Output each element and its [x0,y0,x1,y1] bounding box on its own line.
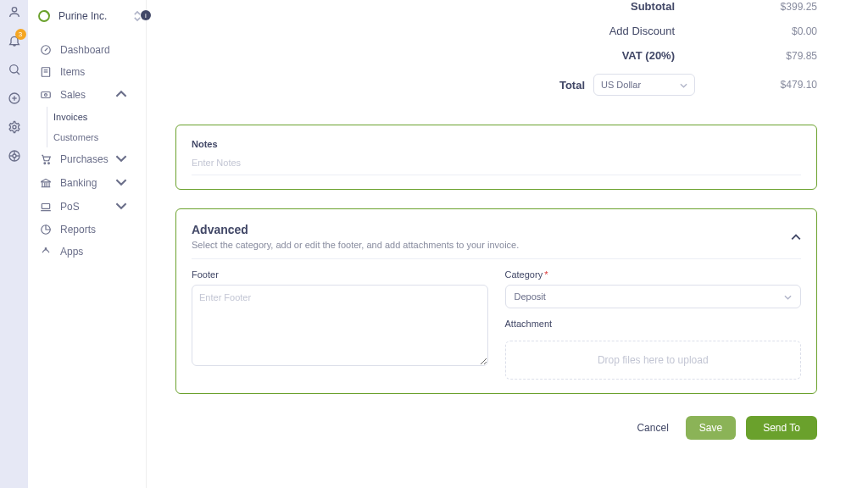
dashboard-icon [40,44,52,56]
notes-input[interactable] [192,154,801,175]
sidebar: Purine Inc. i Dashboard Items Sales Invo… [28,0,147,488]
category-label: Category* [505,269,802,280]
main-content: Subtotal $399.25 Add Discount $0.00 VAT … [147,0,868,488]
save-button[interactable]: Save [686,416,736,440]
sidebar-item-dashboard[interactable]: Dashboard [28,39,146,61]
chevron-up-icon[interactable] [791,229,801,244]
advanced-subtitle: Select the category, add or edit the foo… [192,240,519,250]
bell-icon[interactable]: 3 [8,34,21,47]
category-value: Deposit [515,291,546,302]
sidebar-item-reports[interactable]: Reports [28,219,146,241]
chevron-up-icon [115,88,136,102]
search-icon[interactable] [8,63,21,76]
footer-label: Footer [192,269,488,280]
currency-value: US Dollar [601,80,641,90]
svg-point-21 [48,163,50,164]
total-label: Total [559,79,585,92]
bank-icon [40,177,52,189]
chevron-down-icon [115,152,136,166]
attachment-dropzone[interactable]: Drop files here to upload [505,341,802,380]
pos-icon [40,201,52,213]
reports-icon [40,224,52,236]
attachment-label: Attachment [505,319,802,329]
svg-point-19 [45,94,47,97]
sidebar-item-purchases[interactable]: Purchases [28,147,146,171]
svg-rect-18 [42,92,51,98]
send-button[interactable]: Send To [746,416,817,440]
cart-icon [40,153,52,165]
apps-icon [40,246,52,258]
chevron-down-icon [784,291,792,302]
category-select[interactable]: Deposit [505,285,802,308]
org-switcher[interactable]: Purine Inc. i [28,3,146,32]
sidebar-item-invoices[interactable]: Invoices [28,107,146,127]
gear-icon[interactable] [8,120,21,134]
advanced-title: Advanced [192,223,519,236]
chevron-down-icon [680,80,687,90]
icon-rail: 3 [0,0,28,488]
discount-value: $0.00 [775,25,817,37]
svg-point-8 [13,154,16,158]
svg-rect-27 [42,204,49,209]
sidebar-item-sales[interactable]: Sales [28,83,146,107]
advanced-section: Advanced Select the category, add or edi… [175,208,817,394]
sidebar-item-apps[interactable]: Apps [28,241,146,263]
cancel-button[interactable]: Cancel [630,417,675,439]
chevron-updown-icon [134,10,141,22]
org-logo-icon [36,8,52,24]
sales-icon [40,89,52,101]
totals-section: Subtotal $399.25 Add Discount $0.00 VAT … [175,0,817,108]
actions-row: Cancel Save Send To [175,416,817,440]
help-icon[interactable] [8,149,21,163]
sidebar-item-items[interactable]: Items [28,61,146,83]
svg-point-0 [12,8,16,12]
notes-section: Notes [175,125,817,190]
add-icon[interactable] [8,92,21,105]
org-name: Purine Inc. [58,10,107,22]
total-value: $479.10 [775,79,817,91]
svg-point-20 [44,163,46,164]
items-icon [40,66,52,78]
divider [192,258,801,259]
sidebar-item-pos[interactable]: PoS [28,195,146,219]
org-info-icon[interactable]: i [141,10,151,20]
currency-select[interactable]: US Dollar [593,74,695,96]
vat-label: VAT (20%) [622,49,675,62]
footer-input[interactable] [192,285,488,366]
user-icon[interactable] [8,5,21,19]
subtotal-label: Subtotal [631,0,675,13]
notification-badge: 3 [15,29,26,40]
svg-point-1 [9,65,17,73]
nav: Dashboard Items Sales Invoices Customers… [28,39,146,263]
chevron-down-icon [115,176,136,190]
svg-point-6 [13,125,16,129]
sidebar-item-banking[interactable]: Banking [28,171,146,195]
vat-value: $79.85 [775,50,817,62]
notes-label: Notes [192,139,801,149]
discount-label[interactable]: Add Discount [609,25,675,37]
chevron-down-icon [115,200,136,214]
sidebar-item-customers[interactable]: Customers [28,127,146,147]
subtotal-value: $399.25 [775,1,817,13]
svg-line-2 [16,72,19,75]
